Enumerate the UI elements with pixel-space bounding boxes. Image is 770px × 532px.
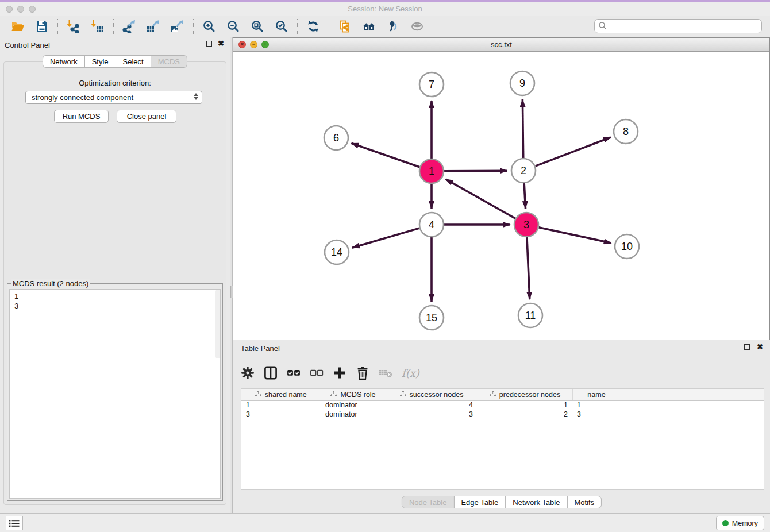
tab-node-table[interactable]: Node Table: [402, 496, 455, 508]
tab-style[interactable]: Style: [84, 55, 116, 68]
edge-1-2[interactable]: [444, 171, 507, 171]
delete-columns-icon[interactable]: [356, 366, 369, 380]
mcds-result-line: 3: [14, 301, 215, 311]
edge-2-9[interactable]: [522, 99, 523, 158]
control-panel-tabs: NetworkStyleSelectMCDS: [0, 55, 230, 68]
cell-name[interactable]: 3: [572, 410, 621, 419]
import-network-icon[interactable]: [66, 19, 81, 34]
node-label-2: 2: [521, 165, 526, 176]
edge-3-10[interactable]: [538, 228, 611, 243]
tab-edge-table[interactable]: Edge Table: [453, 496, 506, 508]
dropdown-stepper-icon: [194, 93, 198, 100]
cell-filler: [621, 400, 764, 410]
hide-selected-icon[interactable]: [386, 19, 401, 34]
node-table[interactable]: shared nameMCDS rolesuccessor nodesprede…: [241, 388, 764, 490]
tab-motifs[interactable]: Motifs: [567, 496, 602, 508]
toolbar-separator: [329, 19, 329, 34]
tab-network-table[interactable]: Network Table: [505, 496, 567, 508]
node-label-4: 4: [429, 219, 434, 230]
column-label: successor nodes: [410, 391, 464, 399]
close-table-panel-icon[interactable]: ✖: [757, 344, 763, 350]
network-view-title: scc.txt: [233, 40, 769, 49]
select-all-icon[interactable]: [287, 366, 301, 380]
cell-successor-nodes[interactable]: 3: [386, 410, 478, 419]
table-tabs: Node TableEdge TableNetwork TableMotifs: [402, 496, 602, 508]
window-title: Session: New Session: [0, 5, 770, 13]
tab-select[interactable]: Select: [116, 55, 151, 68]
cell-predecessor-nodes[interactable]: 1: [478, 400, 572, 410]
column-header-filler: [621, 389, 764, 400]
show-graphics-details-icon[interactable]: [410, 19, 425, 34]
cell-name[interactable]: 1: [572, 400, 621, 410]
import-table-icon[interactable]: [90, 19, 105, 34]
edge-2-8[interactable]: [536, 137, 611, 166]
node-label-1: 1: [429, 165, 434, 177]
function-builder-icon[interactable]: f(x): [402, 367, 419, 379]
float-table-panel-icon[interactable]: [744, 344, 750, 350]
column-header-successor-nodes[interactable]: successor nodes: [386, 389, 478, 400]
cell-predecessor-nodes[interactable]: 2: [478, 410, 572, 419]
optimization-criterion-label: Optimization criterion:: [0, 79, 230, 87]
column-header-name[interactable]: name: [572, 389, 621, 400]
window-titlebar: Session: New Session: [0, 0, 770, 16]
attribute-icon: [400, 391, 406, 399]
save-session-icon[interactable]: [34, 19, 49, 34]
tab-mcds[interactable]: MCDS: [151, 55, 187, 68]
status-bar: Memory: [0, 513, 770, 532]
table-row[interactable]: 3dominator323: [241, 410, 764, 419]
deselect-all-icon[interactable]: [310, 366, 324, 380]
optimization-criterion-dropdown[interactable]: strongly connected component: [25, 91, 202, 104]
search-icon: [598, 21, 607, 30]
cell-filler: [621, 410, 764, 419]
export-table-icon[interactable]: [146, 19, 161, 34]
zoom-in-icon[interactable]: [202, 19, 217, 34]
column-header-MCDS-role[interactable]: MCDS role: [321, 389, 386, 400]
add-column-icon[interactable]: [333, 366, 346, 380]
open-session-icon[interactable]: [10, 19, 25, 34]
tab-network[interactable]: Network: [43, 55, 85, 68]
cell-MCDS-role[interactable]: dominator: [321, 410, 386, 419]
close-panel-button[interactable]: Close panel: [117, 110, 176, 123]
mcds-result-title: MCDS result (2 nodes): [11, 279, 90, 288]
gear-icon[interactable]: [241, 366, 255, 380]
export-network-icon[interactable]: [122, 19, 137, 34]
refresh-view-icon[interactable]: [306, 19, 321, 34]
clone-network-icon[interactable]: [337, 19, 352, 34]
task-history-button[interactable]: [6, 516, 23, 530]
edge-1-6[interactable]: [351, 143, 419, 167]
cell-shared-name[interactable]: 3: [241, 410, 321, 419]
node-label-14: 14: [331, 246, 342, 258]
network-graph[interactable]: 7968124314101511: [233, 52, 769, 340]
memory-button[interactable]: Memory: [716, 516, 764, 530]
attribute-icon: [255, 391, 261, 399]
column-header-predecessor-nodes[interactable]: predecessor nodes: [478, 389, 572, 400]
toolbar-separator: [193, 19, 194, 34]
zoom-out-icon[interactable]: [226, 19, 241, 34]
column-label: predecessor nodes: [499, 391, 560, 399]
split-panel-icon[interactable]: [264, 366, 278, 380]
float-panel-icon[interactable]: [206, 41, 212, 47]
scrollbar[interactable]: [215, 290, 220, 358]
run-mcds-button[interactable]: Run MCDS: [54, 110, 109, 123]
toolbar-separator: [57, 19, 58, 34]
edge-2-3[interactable]: [524, 183, 525, 209]
zoom-fit-icon[interactable]: [250, 19, 265, 34]
cell-shared-name[interactable]: 1: [241, 400, 321, 410]
column-header-shared-name[interactable]: shared name: [241, 389, 321, 400]
cell-successor-nodes[interactable]: 4: [386, 400, 478, 410]
network-canvas[interactable]: 7968124314101511: [233, 52, 769, 340]
dropdown-value: strongly connected component: [32, 93, 133, 102]
show-all-nodes-icon[interactable]: [361, 19, 376, 34]
export-image-icon[interactable]: [170, 19, 185, 34]
edge-3-1[interactable]: [445, 179, 515, 218]
cell-MCDS-role[interactable]: dominator: [321, 400, 386, 410]
edge-4-14[interactable]: [352, 228, 419, 248]
delete-table-icon[interactable]: [379, 366, 392, 380]
network-window-titlebar[interactable]: ✕ − + scc.txt: [233, 38, 769, 52]
mcds-result-text[interactable]: 13: [9, 289, 221, 499]
edge-3-11[interactable]: [527, 237, 530, 299]
table-row[interactable]: 1dominator411: [241, 400, 764, 410]
close-panel-icon[interactable]: ✖: [218, 40, 224, 47]
zoom-selected-icon[interactable]: [274, 19, 289, 34]
search-input[interactable]: [594, 19, 762, 33]
